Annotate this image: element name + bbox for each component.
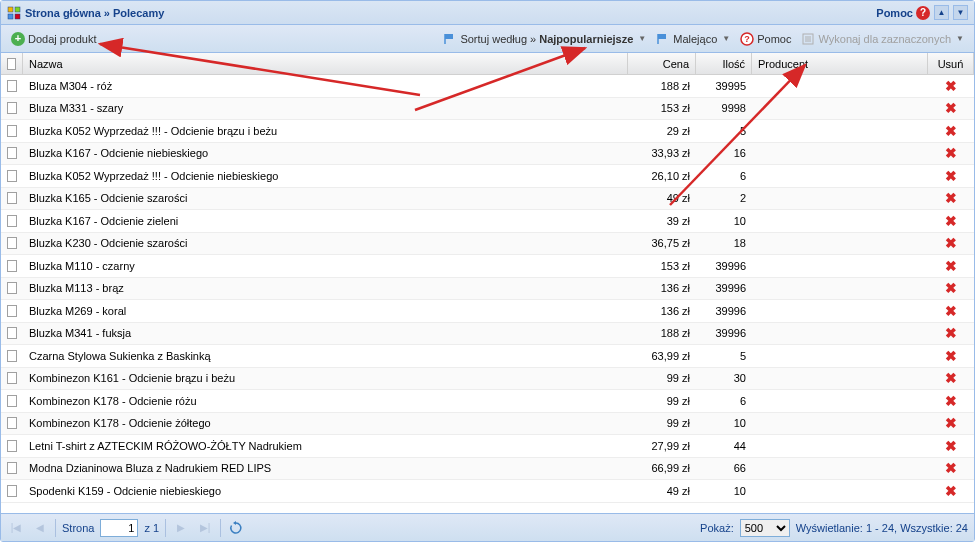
page-last-button[interactable]: ▶| [196, 519, 214, 537]
table-row[interactable]: Bluzka K052 Wyprzedaż !!! - Odcienie nie… [1, 165, 974, 188]
row-checkbox-cell[interactable] [1, 98, 23, 120]
table-row[interactable]: Kombinezon K178 - Odcienie różu99 zł6✖ [1, 390, 974, 413]
row-delete-cell[interactable]: ✖ [928, 323, 974, 345]
row-name-cell[interactable]: Bluzka K167 - Odcienie zieleni [23, 210, 628, 232]
column-header-checkbox[interactable] [1, 53, 23, 74]
help-link[interactable]: Pomoc ? [876, 6, 930, 20]
table-row[interactable]: Modna Dzianinowa Bluza z Nadrukiem RED L… [1, 458, 974, 481]
collapse-up-button[interactable]: ▲ [934, 5, 949, 20]
row-delete-cell[interactable]: ✖ [928, 143, 974, 165]
row-checkbox-cell[interactable] [1, 323, 23, 345]
column-header-name[interactable]: Nazwa [23, 53, 628, 74]
row-name-cell[interactable]: Bluza M304 - róż [23, 75, 628, 97]
table-row[interactable]: Spodenki K159 - Odcienie niebieskiego49 … [1, 480, 974, 503]
sort-direction-button[interactable]: Malejąco ▼ [652, 30, 734, 48]
row-name-cell[interactable]: Bluzka K052 Wyprzedaż !!! - Odcienie brą… [23, 120, 628, 142]
page-first-button[interactable]: |◀ [7, 519, 25, 537]
row-name-cell[interactable]: Czarna Stylowa Sukienka z Baskinką [23, 345, 628, 367]
row-name-cell[interactable]: Kombinezon K161 - Odcienie brązu i beżu [23, 368, 628, 390]
row-delete-cell[interactable]: ✖ [928, 458, 974, 480]
row-name-cell[interactable]: Bluzka M113 - brąz [23, 278, 628, 300]
table-row[interactable]: Bluzka M341 - fuksja188 zł39996✖ [1, 323, 974, 346]
row-checkbox-cell[interactable] [1, 143, 23, 165]
row-delete-cell[interactable]: ✖ [928, 233, 974, 255]
row-checkbox-cell[interactable] [1, 458, 23, 480]
row-name-cell[interactable]: Kombinezon K178 - Odcienie żółtego [23, 413, 628, 435]
row-delete-cell[interactable]: ✖ [928, 368, 974, 390]
row-checkbox-cell[interactable] [1, 368, 23, 390]
row-delete-cell[interactable]: ✖ [928, 75, 974, 97]
row-checkbox-cell[interactable] [1, 480, 23, 502]
refresh-button[interactable] [227, 519, 245, 537]
column-header-price[interactable]: Cena [628, 53, 696, 74]
toolbar-help-button[interactable]: ? Pomoc [736, 30, 795, 48]
page-number-input[interactable] [100, 519, 138, 537]
row-delete-cell[interactable]: ✖ [928, 413, 974, 435]
row-delete-cell[interactable]: ✖ [928, 435, 974, 457]
row-checkbox-cell[interactable] [1, 120, 23, 142]
row-delete-cell[interactable]: ✖ [928, 278, 974, 300]
row-delete-cell[interactable]: ✖ [928, 210, 974, 232]
row-checkbox-cell[interactable] [1, 75, 23, 97]
row-delete-cell[interactable]: ✖ [928, 120, 974, 142]
table-row[interactable]: Bluzka M113 - brąz136 zł39996✖ [1, 278, 974, 301]
row-name-cell[interactable]: Kombinezon K178 - Odcienie różu [23, 390, 628, 412]
row-name-cell[interactable]: Bluzka M341 - fuksja [23, 323, 628, 345]
column-header-qty[interactable]: Ilość [696, 53, 752, 74]
table-row[interactable]: Bluzka K165 - Odcienie szarości49 zł2✖ [1, 188, 974, 211]
table-row[interactable]: Bluzka K167 - Odcienie zieleni39 zł10✖ [1, 210, 974, 233]
row-name-cell[interactable]: Letni T-shirt z AZTECKIM RÓŻOWO-ŻÓŁTY Na… [23, 435, 628, 457]
row-checkbox-cell[interactable] [1, 210, 23, 232]
row-delete-cell[interactable]: ✖ [928, 98, 974, 120]
row-checkbox-cell[interactable] [1, 165, 23, 187]
table-row[interactable]: Kombinezon K161 - Odcienie brązu i beżu9… [1, 368, 974, 391]
table-row[interactable]: Bluzka M110 - czarny153 zł39996✖ [1, 255, 974, 278]
row-delete-cell[interactable]: ✖ [928, 480, 974, 502]
row-name-cell[interactable]: Bluzka K167 - Odcienie niebieskiego [23, 143, 628, 165]
row-checkbox-cell[interactable] [1, 413, 23, 435]
row-name-cell[interactable]: Bluza M331 - szary [23, 98, 628, 120]
table-row[interactable]: Bluzka K230 - Odcienie szarości36,75 zł1… [1, 233, 974, 256]
table-row[interactable]: Kombinezon K178 - Odcienie żółtego99 zł1… [1, 413, 974, 436]
bulk-actions-button[interactable]: Wykonaj dla zaznaczonych ▼ [797, 30, 968, 48]
row-delete-cell[interactable]: ✖ [928, 345, 974, 367]
row-checkbox-cell[interactable] [1, 255, 23, 277]
table-row[interactable]: Czarna Stylowa Sukienka z Baskinką63,99 … [1, 345, 974, 368]
column-header-delete[interactable]: Usuń [928, 53, 974, 74]
row-checkbox-cell[interactable] [1, 435, 23, 457]
page-size-select[interactable]: 500 [740, 519, 790, 537]
row-delete-cell[interactable]: ✖ [928, 188, 974, 210]
row-name-cell[interactable]: Bluzka K165 - Odcienie szarości [23, 188, 628, 210]
table-row[interactable]: Bluza M304 - róż188 zł39995✖ [1, 75, 974, 98]
row-checkbox-cell[interactable] [1, 278, 23, 300]
row-checkbox-cell[interactable] [1, 345, 23, 367]
table-row[interactable]: Bluzka M269 - koral136 zł39996✖ [1, 300, 974, 323]
row-name-cell[interactable]: Bluzka K230 - Odcienie szarości [23, 233, 628, 255]
table-row[interactable]: Bluzka K167 - Odcienie niebieskiego33,93… [1, 143, 974, 166]
page-next-button[interactable]: ▶ [172, 519, 190, 537]
close-button[interactable]: ▼ [953, 5, 968, 20]
row-name-cell[interactable]: Bluzka K052 Wyprzedaż !!! - Odcienie nie… [23, 165, 628, 187]
row-delete-cell[interactable]: ✖ [928, 165, 974, 187]
column-header-producer[interactable]: Producent [752, 53, 928, 74]
row-name-cell[interactable]: Spodenki K159 - Odcienie niebieskiego [23, 480, 628, 502]
row-producer-cell [752, 188, 928, 210]
row-checkbox-cell[interactable] [1, 188, 23, 210]
table-row[interactable]: Bluza M331 - szary153 zł9998✖ [1, 98, 974, 121]
add-product-button[interactable]: + Dodaj produkt [7, 30, 101, 48]
row-delete-cell[interactable]: ✖ [928, 255, 974, 277]
row-delete-cell[interactable]: ✖ [928, 300, 974, 322]
row-name-cell[interactable]: Modna Dzianinowa Bluza z Nadrukiem RED L… [23, 458, 628, 480]
table-row[interactable]: Bluzka K052 Wyprzedaż !!! - Odcienie brą… [1, 120, 974, 143]
table-row[interactable]: Letni T-shirt z AZTECKIM RÓŻOWO-ŻÓŁTY Na… [1, 435, 974, 458]
svg-rect-6 [658, 34, 666, 39]
row-checkbox-cell[interactable] [1, 233, 23, 255]
row-checkbox-cell[interactable] [1, 390, 23, 412]
row-name-cell[interactable]: Bluzka M269 - koral [23, 300, 628, 322]
page-prev-button[interactable]: ◀ [31, 519, 49, 537]
row-name-cell[interactable]: Bluzka M110 - czarny [23, 255, 628, 277]
sort-by-button[interactable]: Sortuj według » Najpopularniejsze ▼ [439, 30, 650, 48]
row-producer-cell [752, 75, 928, 97]
row-checkbox-cell[interactable] [1, 300, 23, 322]
row-delete-cell[interactable]: ✖ [928, 390, 974, 412]
